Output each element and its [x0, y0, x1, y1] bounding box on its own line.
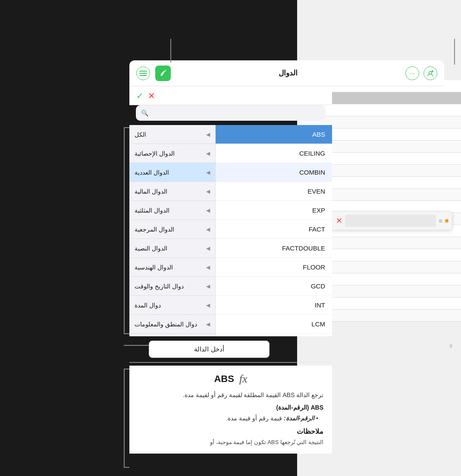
param-text: قيمة رقم أو قيمة مدة. — [226, 415, 282, 422]
category-item-logic[interactable]: ◀ دوال المنطق والمعلومات — [129, 315, 215, 334]
function-item-exp[interactable]: EXP — [216, 201, 332, 220]
category-label: دوال المدة — [135, 302, 161, 309]
function-item-abs[interactable]: ABS — [216, 125, 332, 144]
function-label: COMBIN — [299, 169, 325, 176]
section-divider — [129, 362, 332, 363]
search-bar[interactable]: 🔍 — [136, 105, 326, 121]
category-label: الدوال العددية — [135, 169, 169, 176]
function-label: INT — [315, 301, 325, 309]
category-item-trigonometric[interactable]: ◀ الدوال المثلثية — [129, 201, 215, 220]
function-item-floor[interactable]: FLOOR — [216, 258, 332, 277]
category-arrow: ◀ — [206, 150, 210, 157]
category-arrow: ◀ — [206, 283, 210, 289]
function-item-gcd[interactable]: GCD — [216, 277, 332, 296]
category-item-text[interactable]: ◀ الدوال النصية — [129, 239, 215, 258]
category-label: الدوال النصية — [135, 245, 167, 252]
app-icon-button[interactable] — [155, 66, 171, 81]
toolbar-connector-line — [170, 39, 171, 63]
category-item-reference[interactable]: ◀ الدوال المرجعية — [129, 220, 215, 239]
formula-cancel-button[interactable]: ✕ — [336, 216, 342, 225]
category-label: الدوال المالية — [135, 188, 167, 195]
fx-symbol: fx — [239, 373, 248, 385]
category-arrow: ◀ — [206, 321, 210, 327]
search-icon: 🔍 — [141, 110, 148, 116]
panel-title: الدوال — [176, 69, 400, 78]
more-options-button[interactable]: ··· — [405, 66, 419, 80]
function-item-factdouble[interactable]: FACTDOUBLE — [216, 239, 332, 258]
formula-equals-icon: = — [439, 217, 442, 225]
svg-rect-1 — [139, 73, 147, 74]
category-label: الدوال الإحصائية — [135, 150, 175, 157]
param-label: الرقم-المدة: — [284, 415, 314, 422]
category-arrow: ◀ — [206, 245, 210, 251]
function-description-area: ABS fx ترجع الدالة ABS القيمة المطلقة لق… — [129, 366, 332, 454]
function-label: EXP — [312, 207, 325, 214]
svg-rect-2 — [139, 75, 147, 76]
formula-bar: ✓ ✕ = — [323, 211, 452, 230]
function-label: GCD — [311, 282, 325, 290]
category-label: دوال التاريخ والوقت — [135, 283, 184, 290]
category-item-datetime[interactable]: ◀ دوال التاريخ والوقت — [129, 277, 215, 296]
description-syntax: ABS (الرقم-المدة) — [138, 404, 323, 411]
description-param: الرقم-المدة: قيمة رقم أو قيمة مدة. — [138, 413, 323, 423]
category-label: الدوال المثلثية — [135, 207, 169, 214]
note-text: النتيجة التي تُرجعها ABS تكون إما قيمة م… — [138, 438, 323, 447]
category-item-engineering[interactable]: ◀ الدوال الهندسية — [129, 258, 215, 277]
category-label: الدوال الهندسية — [135, 264, 173, 271]
function-item-combin[interactable]: COMBIN — [216, 163, 332, 182]
category-item-all[interactable]: ◀ الكل — [129, 125, 215, 144]
function-item-ceiling[interactable]: CEILING — [216, 144, 332, 163]
functions-list: ABS CEILING COMBIN EVEN EXP FACT FACTDOU… — [216, 125, 332, 336]
category-arrow: ◀ — [206, 169, 210, 175]
grid-dots: ⠿ — [449, 344, 452, 349]
formula-dot-indicator — [445, 219, 448, 222]
function-label: FACT — [309, 225, 325, 233]
category-label: الدوال المرجعية — [135, 226, 174, 233]
function-item-fact[interactable]: FACT — [216, 220, 332, 239]
svg-rect-0 — [139, 71, 147, 72]
description-title-row: ABS fx — [138, 373, 323, 385]
description-function-name: ABS — [214, 373, 234, 385]
share-button[interactable] — [423, 66, 437, 80]
category-arrow: ◀ — [206, 302, 210, 308]
function-label: FACTDOUBLE — [282, 244, 325, 252]
function-browser: ABS CEILING COMBIN EVEN EXP FACT FACTDOU… — [129, 125, 332, 336]
menu-button[interactable] — [136, 66, 150, 80]
more-icon: ··· — [410, 69, 415, 77]
function-item-ln[interactable]: LN — [216, 334, 332, 336]
category-arrow: ◀ — [206, 207, 210, 213]
svg-point-5 — [432, 70, 433, 72]
insert-button-label: أدخل الدالة — [194, 345, 224, 353]
function-label: EVEN — [307, 188, 325, 195]
function-label: FLOOR — [303, 263, 325, 271]
category-item-duration[interactable]: ◀ دوال المدة — [129, 296, 215, 315]
toolbar-right-icons: ··· — [405, 66, 437, 80]
main-toolbar: الدوال ··· — [129, 60, 444, 86]
category-arrow: ◀ — [206, 188, 210, 194]
list-bracket-left — [124, 127, 129, 334]
function-label: CEILING — [299, 150, 325, 157]
categories-list: ◀ الكل ◀ الدوال الإحصائية ◀ الدوال العدد… — [129, 125, 216, 336]
spreadsheet-connector-line — [454, 39, 455, 65]
svg-point-3 — [161, 74, 163, 76]
category-arrow: ◀ — [206, 132, 210, 138]
formula-accept-bar: ✓ ✕ — [129, 86, 332, 105]
function-item-int[interactable]: INT — [216, 296, 332, 315]
function-label: ABS — [312, 131, 325, 138]
reject-formula-button[interactable]: ✕ — [148, 91, 155, 101]
description-summary: ترجع الدالة ABS القيمة المطلقة لقيمة رقم… — [138, 391, 323, 400]
category-arrow: ◀ — [206, 264, 210, 270]
category-item-financial[interactable]: ◀ الدوال المالية — [129, 182, 215, 201]
insert-function-button[interactable]: أدخل الدالة — [149, 341, 270, 358]
function-label: LCM — [311, 320, 325, 328]
insert-connector — [124, 345, 149, 346]
formula-input-field[interactable] — [345, 215, 436, 227]
function-item-lcm[interactable]: LCM — [216, 315, 332, 334]
function-item-even[interactable]: EVEN — [216, 182, 332, 201]
category-item-numeric[interactable]: ◀ الدوال العددية — [129, 163, 215, 182]
notes-title: ملاحظات — [138, 427, 323, 435]
accept-formula-button[interactable]: ✓ — [136, 91, 144, 101]
desc-bracket-left — [124, 369, 129, 468]
category-label: الكل — [135, 131, 146, 138]
category-item-statistical[interactable]: ◀ الدوال الإحصائية — [129, 144, 215, 163]
